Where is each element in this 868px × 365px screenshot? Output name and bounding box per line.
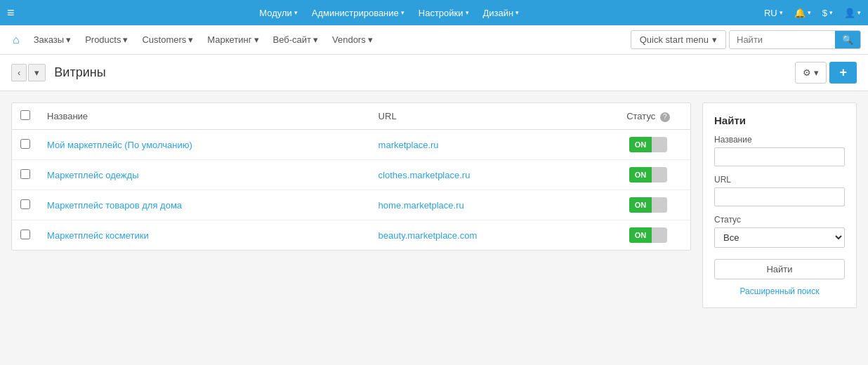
row-name-2: Маркетплейс товаров для дома — [39, 190, 370, 220]
toggle-on-0: ON — [629, 137, 652, 152]
dropdown-button[interactable]: ▾ — [28, 64, 46, 81]
row-checkbox-cell — [12, 130, 39, 160]
currency-icon: $ — [822, 8, 827, 18]
name-label: Название — [714, 135, 845, 145]
toggle-on-1: ON — [629, 167, 652, 182]
nav-vendors[interactable]: Vendors ▾ — [327, 32, 379, 48]
products-caret: ▾ — [123, 34, 128, 45]
nav-orders[interactable]: Заказы ▾ — [28, 32, 77, 48]
nav-modules[interactable]: Модули ▾ — [259, 8, 298, 18]
nav-arrows: ‹ ▾ — [11, 64, 46, 81]
url-header: URL — [370, 103, 606, 130]
row-url-link-2[interactable]: home.marketplace.ru — [379, 200, 464, 211]
header-actions: ⚙ ▾ + — [795, 62, 857, 84]
advanced-search-link[interactable]: Расширенный поиск — [714, 286, 845, 296]
row-status-1: ON — [606, 160, 690, 190]
row-url-link-1[interactable]: clothes.marketplace.ru — [379, 170, 471, 180]
nav-settings[interactable]: Настройки ▾ — [419, 8, 469, 18]
status-info-icon[interactable]: ? — [660, 112, 670, 122]
row-toggle-3[interactable]: ON — [629, 227, 667, 243]
settings-caret: ▾ — [466, 9, 469, 16]
find-button[interactable]: Найти — [714, 259, 845, 279]
row-name-link-1[interactable]: Маркетплейс одежды — [47, 170, 139, 180]
search-panel-title: Найти — [714, 114, 845, 126]
back-button[interactable]: ‹ — [11, 64, 27, 81]
menu-icon[interactable]: ≡ — [7, 6, 15, 20]
row-name-link-2[interactable]: Маркетплейс товаров для дома — [47, 200, 182, 211]
row-url-link-3[interactable]: beauty.marketplace.com — [379, 230, 478, 241]
row-name-3: Маркетплейс косметики — [39, 220, 370, 251]
add-button[interactable]: + — [829, 62, 857, 84]
toggle-off-1 — [652, 167, 667, 182]
row-checkbox-cell — [12, 220, 39, 251]
nav-lang[interactable]: RU ▾ — [764, 8, 783, 18]
page-header: ‹ ▾ Витрины ⚙ ▾ + — [0, 55, 868, 91]
row-toggle-2[interactable]: ON — [629, 197, 667, 213]
search-icon: 🔍 — [842, 34, 853, 45]
gear-icon: ⚙ — [803, 67, 811, 78]
table-row: Маркетплейс косметики beauty.marketplace… — [12, 220, 690, 251]
nav-user[interactable]: 👤 ▾ — [844, 8, 861, 18]
row-checkbox-cell — [12, 160, 39, 190]
toggle-on-3: ON — [629, 227, 652, 243]
quick-start-button[interactable]: Quick start menu ▾ — [631, 30, 726, 49]
toggle-off-3 — [652, 227, 667, 243]
row-checkbox-1[interactable] — [20, 169, 30, 179]
orders-caret: ▾ — [66, 34, 71, 45]
lang-caret: ▾ — [780, 9, 783, 16]
home-button[interactable]: ⌂ — [7, 31, 25, 49]
gear-button[interactable]: ⚙ ▾ — [795, 62, 827, 84]
search-panel: Найти Название URL Статус Все ON OFF Най… — [702, 102, 857, 308]
row-name-link-0[interactable]: Мой маркетплейс (По умолчанию) — [47, 140, 192, 150]
website-caret: ▾ — [313, 34, 318, 45]
search-button[interactable]: 🔍 — [835, 31, 860, 48]
row-url-2: home.marketplace.ru — [370, 190, 606, 220]
nav-bell[interactable]: 🔔 ▾ — [794, 8, 811, 18]
select-all-checkbox[interactable] — [20, 110, 30, 120]
row-name-link-3[interactable]: Маркетплейс косметики — [47, 230, 149, 241]
row-status-3: ON — [606, 220, 690, 251]
row-url-1: clothes.marketplace.ru — [370, 160, 606, 190]
second-bar: ⌂ Заказы ▾ Products ▾ Customers ▾ Маркет… — [0, 25, 868, 55]
toggle-off-0 — [652, 137, 667, 152]
page-title: Витрины — [54, 65, 789, 80]
nav-design[interactable]: Дизайн ▾ — [483, 8, 520, 18]
name-form-group: Название — [714, 135, 845, 166]
url-label: URL — [714, 175, 845, 185]
row-checkbox-3[interactable] — [20, 230, 30, 239]
status-select[interactable]: Все ON OFF — [714, 227, 845, 248]
nav-admin[interactable]: Администрирование ▾ — [312, 8, 405, 18]
status-label: Статус — [714, 215, 845, 225]
row-checkbox-0[interactable] — [20, 139, 30, 149]
row-url-0: marketplace.ru — [370, 130, 606, 160]
main-content: Название URL Статус ? Мой маркетплейс (П… — [0, 91, 868, 319]
nav-products[interactable]: Products ▾ — [79, 32, 133, 48]
search-bar: 🔍 — [729, 30, 861, 49]
status-header: Статус ? — [606, 103, 690, 130]
row-name-1: Маркетплейс одежды — [39, 160, 370, 190]
table-row: Маркетплейс одежды clothes.marketplace.r… — [12, 160, 690, 190]
nav-marketing[interactable]: Маркетинг ▾ — [202, 32, 264, 48]
row-toggle-1[interactable]: ON — [629, 167, 667, 182]
bell-icon: 🔔 — [794, 8, 805, 18]
table-row: Мой маркетплейс (По умолчанию) marketpla… — [12, 130, 690, 160]
vendors-caret: ▾ — [368, 34, 373, 45]
url-form-group: URL — [714, 175, 845, 206]
nav-website[interactable]: Веб-сайт ▾ — [268, 32, 324, 48]
row-name-0: Мой маркетплейс (По умолчанию) — [39, 130, 370, 160]
toggle-off-2 — [652, 197, 667, 213]
gear-caret: ▾ — [814, 67, 819, 78]
user-icon: 👤 — [844, 8, 855, 18]
name-search-input[interactable] — [714, 147, 845, 166]
search-input[interactable] — [730, 31, 835, 48]
row-checkbox-2[interactable] — [20, 199, 30, 209]
row-toggle-0[interactable]: ON — [629, 137, 667, 152]
row-status-0: ON — [606, 130, 690, 160]
url-search-input[interactable] — [714, 187, 845, 206]
status-form-group: Статус Все ON OFF — [714, 215, 845, 248]
design-caret: ▾ — [515, 9, 519, 16]
nav-currency[interactable]: $ ▾ — [822, 8, 833, 18]
row-url-3: beauty.marketplace.com — [370, 220, 606, 251]
row-url-link-0[interactable]: marketplace.ru — [379, 140, 439, 150]
nav-customers[interactable]: Customers ▾ — [136, 32, 199, 48]
